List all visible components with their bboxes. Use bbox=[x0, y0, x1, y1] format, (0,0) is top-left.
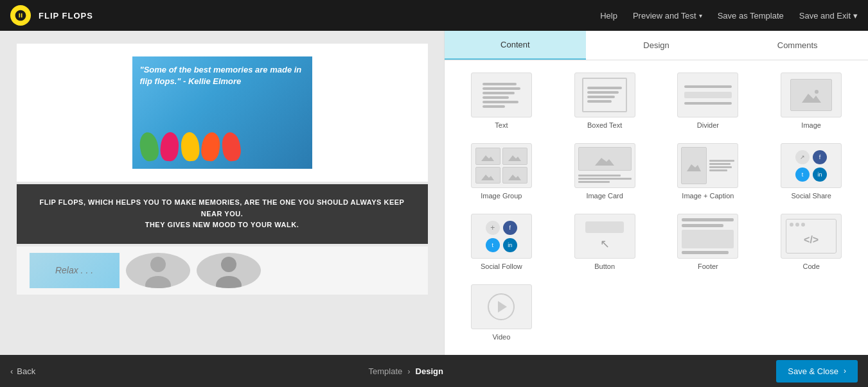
block-code-icon: </> bbox=[781, 214, 842, 259]
relax-block: Relax . . . bbox=[30, 253, 120, 288]
person-image-block-2 bbox=[197, 253, 261, 288]
tab-design[interactable]: Design bbox=[586, 31, 727, 60]
back-chevron-icon: ‹ bbox=[10, 366, 13, 376]
block-boxed-text-label: Boxed Text bbox=[587, 121, 622, 129]
block-boxed-text[interactable]: Boxed Text bbox=[553, 65, 657, 136]
svg-marker-8 bbox=[508, 155, 521, 161]
block-social-follow-icon: + f t in bbox=[471, 214, 532, 259]
block-footer[interactable]: Footer bbox=[657, 207, 760, 277]
block-image-caption-icon bbox=[677, 143, 738, 188]
body-text-1: FLIP FLOPS, WHICH HELPS YOU TO MAKE MEMO… bbox=[36, 197, 409, 219]
block-code[interactable]: </> Code bbox=[759, 207, 863, 277]
save-template-link[interactable]: Save as Template bbox=[718, 11, 784, 21]
panel-tabs: Content Design Comments bbox=[445, 31, 868, 60]
block-button-label: Button bbox=[594, 262, 615, 270]
breadcrumb: Template › Design bbox=[35, 366, 776, 376]
svg-point-3 bbox=[216, 276, 242, 288]
block-boxed-text-icon bbox=[574, 73, 635, 117]
person-image-block bbox=[126, 253, 190, 288]
sandals-illustration bbox=[140, 123, 305, 161]
block-video[interactable]: Video bbox=[450, 277, 553, 348]
block-social-share-label: Social Share bbox=[791, 192, 831, 200]
svg-point-2 bbox=[221, 257, 236, 272]
image-email-block[interactable]: "Some of the best memories are made in f… bbox=[17, 44, 428, 182]
block-image-card-icon bbox=[574, 143, 635, 188]
save-exit-button[interactable]: Save and Exit ▾ bbox=[799, 11, 858, 21]
footer-preview-block[interactable]: Relax . . . bbox=[17, 246, 428, 295]
block-footer-label: Footer bbox=[698, 262, 718, 270]
block-text[interactable]: Text bbox=[450, 65, 553, 136]
sandal-pink bbox=[159, 132, 180, 162]
block-code-label: Code bbox=[802, 262, 819, 270]
email-canvas[interactable]: "Some of the best memories are made in f… bbox=[0, 31, 444, 355]
block-social-share[interactable]: ↗ f t in Social Share bbox=[759, 136, 863, 207]
block-footer-icon bbox=[677, 214, 738, 259]
right-panel: Content Design Comments Text bbox=[444, 31, 868, 355]
block-image-caption-label: Image + Caption bbox=[682, 192, 734, 200]
bottom-bar: ‹ Back Template › Design Save & Close › bbox=[0, 355, 868, 387]
chevron-down-icon: ▾ bbox=[699, 12, 702, 19]
sandal-red bbox=[220, 131, 242, 162]
mailchimp-logo bbox=[10, 5, 31, 26]
block-image-icon bbox=[781, 73, 842, 117]
sandal-green bbox=[137, 131, 160, 162]
block-image-caption[interactable]: Image + Caption bbox=[657, 136, 760, 207]
block-divider-icon bbox=[677, 73, 738, 117]
block-image-group[interactable]: Image Group bbox=[450, 136, 553, 207]
block-image-label: Image bbox=[801, 121, 821, 129]
body-text-block[interactable]: FLIP FLOPS, WHICH HELPS YOU TO MAKE MEMO… bbox=[17, 184, 428, 244]
app-title: FLIP FLOPS bbox=[39, 11, 93, 21]
sandal-yellow bbox=[180, 132, 200, 162]
svg-point-1 bbox=[145, 276, 171, 288]
body-text-2: THEY GIVES NEW MOOD TO YOUR WALK. bbox=[36, 219, 409, 231]
sandal-orange bbox=[200, 131, 222, 162]
block-divider[interactable]: Divider bbox=[657, 65, 760, 136]
tab-content[interactable]: Content bbox=[445, 31, 586, 60]
svg-point-6 bbox=[815, 90, 819, 94]
quote-text: "Some of the best memories are made in f… bbox=[140, 64, 305, 87]
block-text-label: Text bbox=[495, 121, 508, 129]
chevron-down-icon-2: ▾ bbox=[853, 11, 858, 21]
breadcrumb-design: Design bbox=[416, 366, 443, 376]
block-image-group-icon bbox=[471, 143, 532, 188]
block-divider-label: Divider bbox=[697, 121, 719, 129]
svg-marker-7 bbox=[481, 155, 494, 161]
block-button[interactable]: ↖ Button bbox=[553, 207, 657, 277]
content-blocks-grid: Text Boxed Text bbox=[445, 60, 868, 353]
help-link[interactable]: Help bbox=[600, 11, 617, 21]
svg-marker-12 bbox=[687, 164, 701, 171]
block-button-icon: ↖ bbox=[574, 214, 635, 259]
nav-links: Help Preview and Test ▾ Save as Template… bbox=[600, 11, 858, 21]
svg-marker-9 bbox=[481, 175, 494, 180]
svg-marker-11 bbox=[595, 158, 614, 166]
main-area: "Some of the best memories are made in f… bbox=[0, 31, 868, 355]
breadcrumb-template: Template bbox=[369, 366, 403, 376]
block-image-group-label: Image Group bbox=[481, 192, 522, 200]
hero-image: "Some of the best memories are made in f… bbox=[132, 56, 312, 169]
block-social-follow-label: Social Follow bbox=[481, 262, 522, 270]
block-social-follow[interactable]: + f t in Social Follow bbox=[450, 207, 553, 277]
tab-comments[interactable]: Comments bbox=[727, 31, 868, 60]
block-image[interactable]: Image bbox=[759, 65, 863, 136]
save-close-button[interactable]: Save & Close › bbox=[776, 360, 858, 383]
preview-test-button[interactable]: Preview and Test ▾ bbox=[633, 11, 702, 21]
canvas-inner: "Some of the best memories are made in f… bbox=[17, 31, 428, 310]
block-image-card-label: Image Card bbox=[586, 192, 623, 200]
breadcrumb-separator: › bbox=[407, 366, 410, 376]
block-social-share-icon: ↗ f t in bbox=[781, 143, 842, 188]
chevron-right-icon: › bbox=[844, 366, 846, 375]
back-button[interactable]: ‹ Back bbox=[10, 366, 35, 376]
block-text-icon bbox=[471, 73, 532, 117]
block-image-card[interactable]: Image Card bbox=[553, 136, 657, 207]
svg-marker-10 bbox=[508, 175, 521, 180]
block-video-icon bbox=[471, 284, 532, 329]
block-video-label: Video bbox=[492, 333, 510, 341]
svg-point-0 bbox=[150, 257, 166, 272]
top-navigation: FLIP FLOPS Help Preview and Test ▾ Save … bbox=[0, 0, 868, 31]
